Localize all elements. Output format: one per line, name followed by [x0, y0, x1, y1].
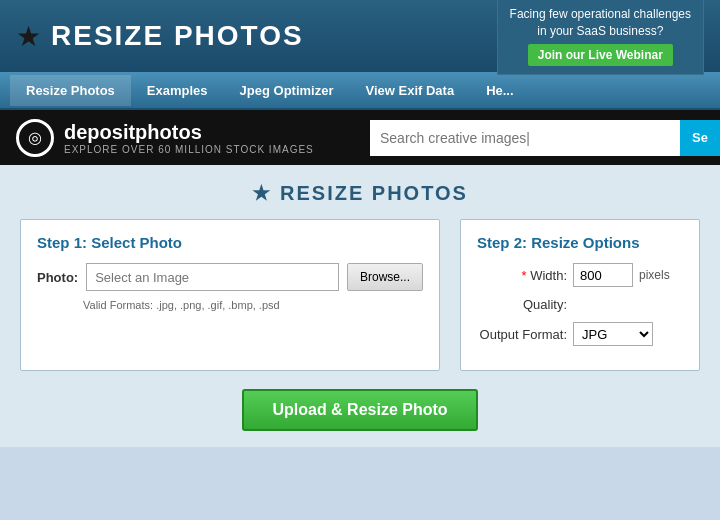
- nav-item-examples[interactable]: Examples: [131, 75, 224, 106]
- required-star: *: [521, 268, 530, 283]
- nav-item-more[interactable]: He...: [470, 75, 529, 106]
- deposit-search-area: Se: [370, 120, 720, 156]
- star-icon: ★: [16, 20, 41, 53]
- photo-input[interactable]: [86, 263, 339, 291]
- photo-file-row: Photo: Browse...: [37, 263, 423, 291]
- quality-label: Quality:: [477, 297, 567, 312]
- deposit-search-button[interactable]: Se: [680, 120, 720, 156]
- step1-title: Step 1: Select Photo: [37, 234, 423, 251]
- pixels-label: pixels: [639, 268, 670, 282]
- main-content: ★ RESIZE PHOTOS Step 1: Select Photo Pho…: [0, 165, 720, 447]
- ad-line1: Facing few operational challenges: [510, 6, 691, 23]
- output-format-label: Output Format:: [477, 327, 567, 342]
- step2-panel: Step 2: Resize Options * Width: pixels Q…: [460, 219, 700, 371]
- width-row: * Width: pixels: [477, 263, 683, 287]
- nav-item-view-exif[interactable]: View Exif Data: [349, 75, 470, 106]
- output-format-row: Output Format: JPG PNG GIF BMP: [477, 322, 683, 346]
- deposit-search-input[interactable]: [370, 120, 680, 156]
- nav-item-resize-photos[interactable]: Resize Photos: [10, 75, 131, 106]
- main-nav: Resize Photos Examples Jpeg Optimizer Vi…: [0, 72, 720, 110]
- quality-row: Quality:: [477, 297, 683, 312]
- valid-formats-text: Valid Formats: .jpg, .png, .gif, .bmp, .…: [83, 299, 423, 311]
- photo-label: Photo:: [37, 270, 78, 285]
- deposit-photos-banner: ◎ depositphotos EXPLORE OVER 60 MILLION …: [0, 110, 720, 165]
- width-label: * Width:: [477, 268, 567, 283]
- deposit-logo-icon: ◎: [16, 119, 54, 157]
- step2-title: Step 2: Resize Options: [477, 234, 683, 251]
- deposit-tagline: EXPLORE OVER 60 MILLION STOCK IMAGES: [64, 144, 314, 155]
- header-ad-banner: Facing few operational challenges in you…: [497, 0, 704, 75]
- browse-button[interactable]: Browse...: [347, 263, 423, 291]
- deposit-text: depositphotos EXPLORE OVER 60 MILLION ST…: [64, 121, 314, 155]
- page-header: ★ RESIZE PHOTOS Facing few operational c…: [0, 0, 720, 72]
- section-star-icon: ★: [252, 181, 272, 205]
- logo-area: ★ RESIZE PHOTOS: [16, 20, 304, 53]
- width-input[interactable]: [573, 263, 633, 287]
- step1-panel: Step 1: Select Photo Photo: Browse... Va…: [20, 219, 440, 371]
- section-title-text: RESIZE PHOTOS: [280, 182, 468, 205]
- site-title: RESIZE PHOTOS: [51, 20, 304, 52]
- upload-resize-button[interactable]: Upload & Resize Photo: [242, 389, 477, 431]
- webinar-button[interactable]: Join our Live Webinar: [528, 44, 673, 66]
- deposit-brand-name: depositphotos: [64, 121, 314, 144]
- ad-line2: in your SaaS business?: [510, 23, 691, 40]
- section-title: ★ RESIZE PHOTOS: [20, 181, 700, 205]
- steps-row: Step 1: Select Photo Photo: Browse... Va…: [20, 219, 700, 371]
- deposit-left-section: ◎ depositphotos EXPLORE OVER 60 MILLION …: [0, 119, 370, 157]
- output-format-select[interactable]: JPG PNG GIF BMP: [573, 322, 653, 346]
- upload-row: Upload & Resize Photo: [20, 389, 700, 431]
- nav-item-jpeg-optimizer[interactable]: Jpeg Optimizer: [224, 75, 350, 106]
